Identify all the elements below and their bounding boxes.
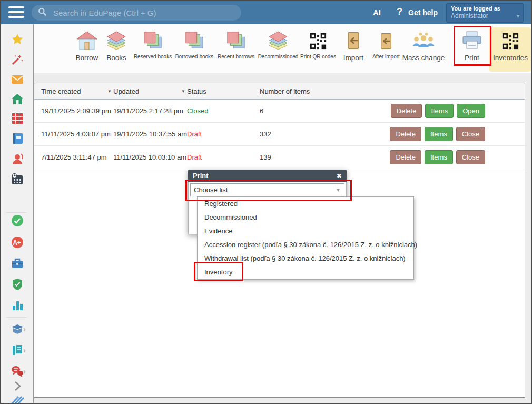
toolbar-import-button[interactable]: Import — [338, 29, 369, 70]
cell-updated: 19/11/2025 10:37:55 am — [113, 130, 187, 138]
close-button[interactable]: Close — [456, 150, 485, 164]
sidebar-item-attendance[interactable] — [11, 214, 24, 227]
option-decommissioned[interactable]: Decommissioned — [198, 211, 413, 224]
items-button[interactable]: Items — [425, 104, 454, 118]
search-input[interactable] — [52, 8, 235, 18]
sidebar-item-shield[interactable] — [11, 278, 24, 291]
option-registered[interactable]: Registered — [198, 197, 413, 211]
logged-as-label: You are logged as — [451, 5, 519, 12]
col-header-time-created[interactable]: Time created▼ — [41, 87, 113, 95]
sidebar-item-timetable[interactable] — [11, 112, 24, 125]
sidebar-item-grades[interactable]: A+ — [11, 236, 24, 249]
people-icon — [412, 29, 435, 51]
sidebar-item-results[interactable] — [11, 299, 24, 312]
option-accession-register[interactable]: Accession register (podľa § 30 zákona č.… — [198, 238, 413, 252]
toolbar-after-import-button[interactable]: After import — [371, 29, 401, 70]
option-evidence[interactable]: Evidence — [198, 224, 413, 238]
items-button[interactable]: Items — [425, 150, 453, 164]
global-search[interactable] — [32, 5, 241, 21]
stacked-cards-icon — [184, 29, 204, 51]
ai-button[interactable]: AI — [373, 8, 381, 17]
cell-time-created: 11/11/2025 4:03:07 pm — [41, 130, 113, 138]
sidebar-item-calendar[interactable] — [11, 173, 24, 185]
toolbar-borrowed-books-button[interactable]: Borrowed books — [174, 29, 215, 70]
col-header-status[interactable]: Status — [187, 87, 260, 95]
status-badge: Closed — [187, 107, 260, 115]
select-value: Choose list — [194, 186, 228, 194]
logged-in-user-menu[interactable]: You are logged as Administrator ▾ — [446, 3, 524, 23]
chevron-down-icon: ▾ — [517, 13, 519, 19]
cell-time-created: 7/11/2025 3:11:47 pm — [41, 153, 113, 161]
chevron-right-icon: › — [23, 346, 26, 354]
chevron-right-icon: › — [23, 367, 26, 376]
toolbar-print-button[interactable]: Print — [458, 29, 486, 70]
sidebar-item-home[interactable] — [11, 93, 24, 105]
sidebar-item-star[interactable] — [11, 33, 24, 46]
qr-code-icon — [501, 29, 519, 51]
cell-time-created: 19/11/2025 2:09:39 pm — [41, 107, 113, 115]
sidebar-item-briefcase[interactable] — [11, 257, 24, 270]
toolbar-reserved-books-button[interactable]: Reserved books — [134, 29, 172, 70]
sidebar-item-documents[interactable] — [11, 344, 24, 357]
status-badge: Draft — [187, 153, 260, 161]
option-inventory[interactable]: Inventory — [198, 265, 413, 279]
get-help-button[interactable]: Get help — [408, 8, 438, 17]
sidebar-item-wand[interactable] — [11, 53, 24, 66]
toolbar-borrow-button[interactable]: Borrow — [73, 29, 101, 70]
sidebar-expand-chevron[interactable] — [11, 380, 24, 392]
delete-button[interactable]: Delete — [390, 150, 421, 164]
table-row: 11/11/2025 4:03:07 pm 19/11/2025 10:37:5… — [34, 123, 525, 146]
choose-list-dropdown: Registered Decommissioned Evidence Acces… — [197, 196, 414, 280]
sidebar-divider — [6, 212, 27, 213]
items-button[interactable]: Items — [425, 127, 453, 141]
cell-updated: 19/11/2025 2:17:28 pm — [113, 107, 187, 115]
sidebar-item-messages[interactable] — [11, 365, 24, 378]
printer-icon — [461, 29, 482, 51]
toolbar-decommissioned-button[interactable]: Decommissioned — [257, 29, 299, 70]
close-button[interactable]: Close — [456, 127, 485, 141]
delete-button[interactable]: Delete — [390, 127, 421, 141]
print-dialog-header: Print ✖ — [188, 170, 347, 182]
toolbar-inventories-button[interactable]: Inventories — [493, 29, 528, 70]
book-stack-icon — [268, 29, 289, 51]
open-button[interactable]: Open — [457, 104, 485, 118]
delete-button[interactable]: Delete — [391, 104, 422, 118]
toolbar-print-qr-codes-button[interactable]: Print QR codes — [300, 29, 336, 70]
search-icon — [38, 7, 47, 18]
house-icon — [76, 29, 97, 51]
hamburger-menu-icon[interactable] — [8, 6, 24, 19]
left-sidebar: A+ › › › — [1, 24, 34, 403]
close-icon[interactable]: ✖ — [337, 172, 342, 180]
sidebar-item-mail[interactable] — [11, 73, 24, 86]
edupage-library-window: AI ? Get help You are logged as Administ… — [0, 0, 532, 404]
pencil-stripes-icon[interactable] — [11, 393, 24, 404]
user-role-label: Administrator — [451, 12, 519, 19]
chevron-right-icon: › — [23, 324, 26, 333]
stacked-cards-icon — [143, 29, 163, 51]
cell-updated: 11/11/2025 10:03:10 am — [113, 153, 187, 161]
col-header-number-of-items[interactable]: Number of items — [260, 87, 525, 95]
option-withdrawal-list[interactable]: Withdrawal list (podľa § 30 zákona č. 12… — [198, 252, 413, 265]
chevron-down-icon: ▼ — [336, 187, 341, 193]
sidebar-item-library[interactable] — [11, 323, 24, 336]
library-toolbar: Borrow Books Reserved books Borrowed boo… — [34, 24, 532, 73]
sort-desc-icon[interactable]: ▼ — [107, 89, 112, 94]
sort-desc-icon[interactable]: ▼ — [181, 89, 185, 94]
table-header-row: Time created▼ Updated▼ Status Number of … — [34, 83, 525, 100]
sidebar-item-substitution[interactable] — [11, 152, 24, 165]
toolbar-mass-change-button[interactable]: Mass change — [403, 29, 444, 70]
top-bar: AI ? Get help You are logged as Administ… — [1, 1, 531, 24]
help-question-icon[interactable]: ? — [397, 6, 402, 17]
toolbar-books-button[interactable]: Books — [103, 29, 130, 70]
sidebar-item-notebook[interactable] — [11, 132, 24, 145]
sidebar-divider — [6, 317, 27, 318]
col-header-updated[interactable]: Updated▼ — [113, 87, 187, 95]
dialog-title: Print — [193, 172, 209, 180]
qr-code-icon — [309, 29, 327, 51]
toolbar-recent-borrows-button[interactable]: Recent borrows — [217, 29, 255, 70]
book-stack-icon — [106, 29, 127, 51]
table-row: 19/11/2025 2:09:39 pm 19/11/2025 2:17:28… — [34, 100, 525, 123]
choose-list-select[interactable]: Choose list ▼ — [190, 183, 344, 196]
stacked-cards-icon — [226, 29, 246, 51]
import-door-icon — [377, 29, 395, 51]
